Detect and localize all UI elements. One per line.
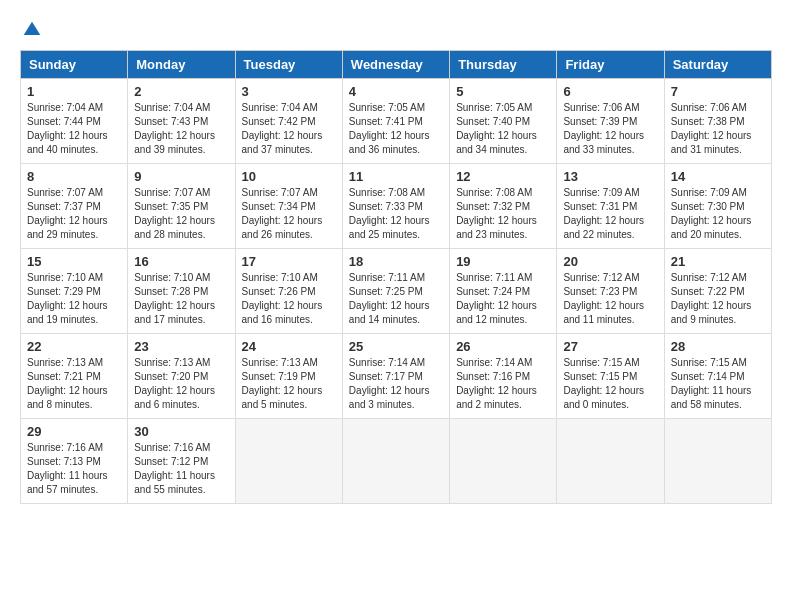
sunset-label: Sunset: 7:24 PM bbox=[456, 286, 530, 297]
day-info: Sunrise: 7:06 AM Sunset: 7:38 PM Dayligh… bbox=[671, 101, 765, 157]
day-info: Sunrise: 7:04 AM Sunset: 7:43 PM Dayligh… bbox=[134, 101, 228, 157]
sunset-label: Sunset: 7:35 PM bbox=[134, 201, 208, 212]
sunrise-label: Sunrise: 7:15 AM bbox=[563, 357, 639, 368]
week-row-4: 22 Sunrise: 7:13 AM Sunset: 7:21 PM Dayl… bbox=[21, 334, 772, 419]
calendar-cell: 6 Sunrise: 7:06 AM Sunset: 7:39 PM Dayli… bbox=[557, 79, 664, 164]
day-number: 1 bbox=[27, 84, 121, 99]
sunset-label: Sunset: 7:37 PM bbox=[27, 201, 101, 212]
header-cell-wednesday: Wednesday bbox=[342, 51, 449, 79]
daylight-minutes: and 40 minutes. bbox=[27, 144, 98, 155]
day-number: 27 bbox=[563, 339, 657, 354]
sunset-label: Sunset: 7:26 PM bbox=[242, 286, 316, 297]
sunrise-label: Sunrise: 7:04 AM bbox=[134, 102, 210, 113]
day-info: Sunrise: 7:08 AM Sunset: 7:32 PM Dayligh… bbox=[456, 186, 550, 242]
calendar-cell: 18 Sunrise: 7:11 AM Sunset: 7:25 PM Dayl… bbox=[342, 249, 449, 334]
day-number: 30 bbox=[134, 424, 228, 439]
day-info: Sunrise: 7:05 AM Sunset: 7:40 PM Dayligh… bbox=[456, 101, 550, 157]
daylight-minutes: and 25 minutes. bbox=[349, 229, 420, 240]
day-number: 22 bbox=[27, 339, 121, 354]
calendar-cell bbox=[450, 419, 557, 504]
daylight-label: Daylight: 12 hours bbox=[134, 130, 215, 141]
day-number: 2 bbox=[134, 84, 228, 99]
sunset-label: Sunset: 7:23 PM bbox=[563, 286, 637, 297]
day-number: 21 bbox=[671, 254, 765, 269]
daylight-minutes: and 39 minutes. bbox=[134, 144, 205, 155]
daylight-label: Daylight: 12 hours bbox=[563, 215, 644, 226]
daylight-minutes: and 55 minutes. bbox=[134, 484, 205, 495]
header-cell-friday: Friday bbox=[557, 51, 664, 79]
logo bbox=[20, 20, 42, 40]
calendar-cell: 20 Sunrise: 7:12 AM Sunset: 7:23 PM Dayl… bbox=[557, 249, 664, 334]
calendar-cell bbox=[664, 419, 771, 504]
sunset-label: Sunset: 7:21 PM bbox=[27, 371, 101, 382]
daylight-minutes: and 12 minutes. bbox=[456, 314, 527, 325]
day-info: Sunrise: 7:09 AM Sunset: 7:30 PM Dayligh… bbox=[671, 186, 765, 242]
daylight-minutes: and 23 minutes. bbox=[456, 229, 527, 240]
daylight-label: Daylight: 12 hours bbox=[456, 215, 537, 226]
sunrise-label: Sunrise: 7:14 AM bbox=[456, 357, 532, 368]
day-info: Sunrise: 7:12 AM Sunset: 7:23 PM Dayligh… bbox=[563, 271, 657, 327]
calendar-cell: 13 Sunrise: 7:09 AM Sunset: 7:31 PM Dayl… bbox=[557, 164, 664, 249]
daylight-minutes: and 9 minutes. bbox=[671, 314, 737, 325]
calendar-cell: 28 Sunrise: 7:15 AM Sunset: 7:14 PM Dayl… bbox=[664, 334, 771, 419]
day-info: Sunrise: 7:10 AM Sunset: 7:26 PM Dayligh… bbox=[242, 271, 336, 327]
day-number: 3 bbox=[242, 84, 336, 99]
calendar-cell: 23 Sunrise: 7:13 AM Sunset: 7:20 PM Dayl… bbox=[128, 334, 235, 419]
daylight-minutes: and 28 minutes. bbox=[134, 229, 205, 240]
day-info: Sunrise: 7:07 AM Sunset: 7:35 PM Dayligh… bbox=[134, 186, 228, 242]
day-info: Sunrise: 7:07 AM Sunset: 7:34 PM Dayligh… bbox=[242, 186, 336, 242]
calendar-cell: 21 Sunrise: 7:12 AM Sunset: 7:22 PM Dayl… bbox=[664, 249, 771, 334]
sunset-label: Sunset: 7:44 PM bbox=[27, 116, 101, 127]
day-info: Sunrise: 7:14 AM Sunset: 7:17 PM Dayligh… bbox=[349, 356, 443, 412]
daylight-label: Daylight: 12 hours bbox=[349, 215, 430, 226]
sunset-label: Sunset: 7:32 PM bbox=[456, 201, 530, 212]
day-number: 10 bbox=[242, 169, 336, 184]
day-info: Sunrise: 7:10 AM Sunset: 7:28 PM Dayligh… bbox=[134, 271, 228, 327]
calendar-cell: 3 Sunrise: 7:04 AM Sunset: 7:42 PM Dayli… bbox=[235, 79, 342, 164]
page-header bbox=[20, 20, 772, 40]
daylight-label: Daylight: 12 hours bbox=[456, 130, 537, 141]
daylight-label: Daylight: 11 hours bbox=[134, 470, 215, 481]
day-number: 9 bbox=[134, 169, 228, 184]
header-cell-monday: Monday bbox=[128, 51, 235, 79]
sunset-label: Sunset: 7:22 PM bbox=[671, 286, 745, 297]
calendar-cell: 4 Sunrise: 7:05 AM Sunset: 7:41 PM Dayli… bbox=[342, 79, 449, 164]
calendar-cell: 14 Sunrise: 7:09 AM Sunset: 7:30 PM Dayl… bbox=[664, 164, 771, 249]
calendar-cell: 22 Sunrise: 7:13 AM Sunset: 7:21 PM Dayl… bbox=[21, 334, 128, 419]
calendar-cell: 29 Sunrise: 7:16 AM Sunset: 7:13 PM Dayl… bbox=[21, 419, 128, 504]
daylight-label: Daylight: 11 hours bbox=[671, 385, 752, 396]
day-info: Sunrise: 7:08 AM Sunset: 7:33 PM Dayligh… bbox=[349, 186, 443, 242]
daylight-label: Daylight: 12 hours bbox=[563, 130, 644, 141]
daylight-label: Daylight: 12 hours bbox=[134, 215, 215, 226]
calendar-cell bbox=[342, 419, 449, 504]
header-cell-tuesday: Tuesday bbox=[235, 51, 342, 79]
daylight-minutes: and 8 minutes. bbox=[27, 399, 93, 410]
sunset-label: Sunset: 7:29 PM bbox=[27, 286, 101, 297]
daylight-label: Daylight: 12 hours bbox=[27, 300, 108, 311]
sunrise-label: Sunrise: 7:08 AM bbox=[456, 187, 532, 198]
daylight-minutes: and 34 minutes. bbox=[456, 144, 527, 155]
day-number: 14 bbox=[671, 169, 765, 184]
sunrise-label: Sunrise: 7:09 AM bbox=[671, 187, 747, 198]
day-info: Sunrise: 7:10 AM Sunset: 7:29 PM Dayligh… bbox=[27, 271, 121, 327]
sunrise-label: Sunrise: 7:12 AM bbox=[671, 272, 747, 283]
sunrise-label: Sunrise: 7:09 AM bbox=[563, 187, 639, 198]
sunrise-label: Sunrise: 7:16 AM bbox=[134, 442, 210, 453]
day-info: Sunrise: 7:04 AM Sunset: 7:42 PM Dayligh… bbox=[242, 101, 336, 157]
logo-icon bbox=[22, 20, 42, 40]
calendar-cell: 7 Sunrise: 7:06 AM Sunset: 7:38 PM Dayli… bbox=[664, 79, 771, 164]
daylight-minutes: and 31 minutes. bbox=[671, 144, 742, 155]
sunset-label: Sunset: 7:25 PM bbox=[349, 286, 423, 297]
day-number: 12 bbox=[456, 169, 550, 184]
day-number: 8 bbox=[27, 169, 121, 184]
sunset-label: Sunset: 7:34 PM bbox=[242, 201, 316, 212]
day-number: 29 bbox=[27, 424, 121, 439]
day-info: Sunrise: 7:11 AM Sunset: 7:24 PM Dayligh… bbox=[456, 271, 550, 327]
calendar-cell: 17 Sunrise: 7:10 AM Sunset: 7:26 PM Dayl… bbox=[235, 249, 342, 334]
calendar-cell: 11 Sunrise: 7:08 AM Sunset: 7:33 PM Dayl… bbox=[342, 164, 449, 249]
day-info: Sunrise: 7:16 AM Sunset: 7:13 PM Dayligh… bbox=[27, 441, 121, 497]
calendar-cell: 25 Sunrise: 7:14 AM Sunset: 7:17 PM Dayl… bbox=[342, 334, 449, 419]
sunset-label: Sunset: 7:17 PM bbox=[349, 371, 423, 382]
day-number: 18 bbox=[349, 254, 443, 269]
day-number: 16 bbox=[134, 254, 228, 269]
